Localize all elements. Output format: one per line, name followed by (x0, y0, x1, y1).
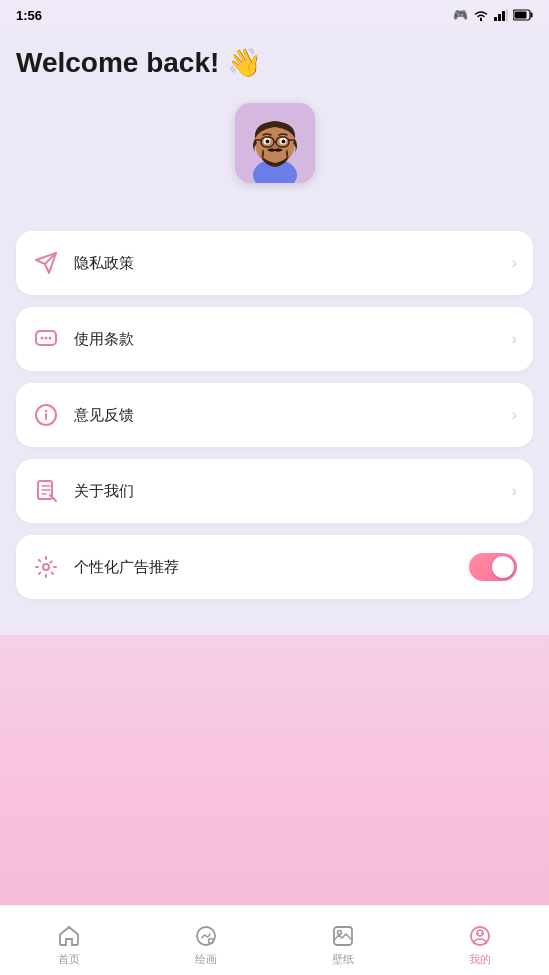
svg-point-23 (45, 337, 48, 340)
ads-left: 个性化广告推荐 (32, 553, 179, 581)
bottom-navigation: 首页 绘画 壁纸 (0, 905, 549, 975)
game-icon: 🎮 (453, 8, 468, 22)
home-icon (56, 923, 82, 949)
svg-rect-2 (502, 11, 505, 21)
nav-wallpaper-label: 壁纸 (332, 952, 354, 967)
privacy-chevron: › (512, 254, 517, 272)
svg-rect-6 (515, 12, 527, 19)
privacy-menu-item[interactable]: 隐私政策 › (16, 231, 533, 295)
svg-point-13 (265, 140, 269, 144)
svg-point-33 (338, 930, 342, 934)
feedback-left: 意见反馈 (32, 401, 134, 429)
about-menu-item[interactable]: 关于我们 › (16, 459, 533, 523)
terms-left: 使用条款 (32, 325, 134, 353)
svg-point-37 (482, 932, 484, 934)
avatar[interactable] (235, 103, 315, 183)
about-label: 关于我们 (74, 482, 134, 501)
welcome-heading: Welcome back! 👋 (16, 46, 533, 79)
battery-icon (513, 9, 533, 21)
nav-profile-label: 我的 (469, 952, 491, 967)
svg-point-36 (477, 932, 479, 934)
top-section: Welcome back! 👋 (0, 30, 549, 231)
signal-icon (494, 9, 508, 21)
chat-icon (32, 325, 60, 353)
feedback-menu-item[interactable]: 意见反馈 › (16, 383, 533, 447)
welcome-text: Welcome back! (16, 47, 219, 79)
privacy-left: 隐私政策 (32, 249, 134, 277)
wifi-icon (473, 9, 489, 21)
info-icon (32, 401, 60, 429)
toggle-thumb (492, 556, 514, 578)
pink-background-area (0, 635, 549, 945)
nav-paint[interactable]: 绘画 (137, 915, 274, 967)
svg-point-22 (41, 337, 44, 340)
ads-label: 个性化广告推荐 (74, 558, 179, 577)
svg-rect-0 (494, 17, 497, 21)
svg-rect-3 (506, 9, 508, 21)
terms-menu-item[interactable]: 使用条款 › (16, 307, 533, 371)
feedback-label: 意见反馈 (74, 406, 134, 425)
menu-section: 隐私政策 › 使用条款 › (0, 231, 549, 635)
wave-emoji: 👋 (227, 46, 262, 79)
svg-rect-1 (498, 14, 501, 21)
svg-point-20 (272, 145, 278, 149)
terms-chevron: › (512, 330, 517, 348)
avatar-container (16, 103, 533, 183)
status-bar: 1:56 🎮 (0, 0, 549, 30)
about-left: 关于我们 (32, 477, 134, 505)
svg-point-31 (208, 938, 213, 943)
profile-icon (467, 923, 493, 949)
send-icon (32, 249, 60, 277)
wallpaper-icon (330, 923, 356, 949)
ads-menu-item[interactable]: 个性化广告推荐 (16, 535, 533, 599)
paint-icon (193, 923, 219, 949)
nav-home[interactable]: 首页 (0, 915, 137, 967)
privacy-label: 隐私政策 (74, 254, 134, 273)
nav-wallpaper[interactable]: 壁纸 (275, 915, 412, 967)
svg-point-29 (43, 564, 49, 570)
svg-point-24 (49, 337, 52, 340)
status-icons: 🎮 (453, 8, 533, 22)
about-chevron: › (512, 482, 517, 500)
settings-icon (32, 553, 60, 581)
svg-rect-5 (531, 13, 533, 18)
status-time: 1:56 (16, 8, 42, 23)
nav-profile[interactable]: 我的 (412, 915, 549, 967)
nav-home-label: 首页 (58, 952, 80, 967)
nav-paint-label: 绘画 (195, 952, 217, 967)
terms-label: 使用条款 (74, 330, 134, 349)
svg-point-14 (281, 140, 285, 144)
doc-icon (32, 477, 60, 505)
feedback-chevron: › (512, 406, 517, 424)
ads-toggle[interactable] (469, 553, 517, 581)
